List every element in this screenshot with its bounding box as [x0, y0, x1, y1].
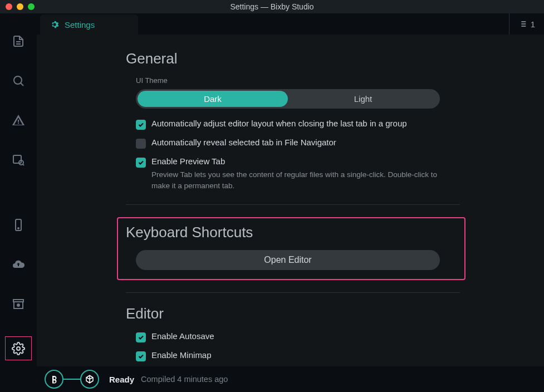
svg-point-7: [17, 304, 19, 306]
settings-icon[interactable]: [5, 336, 32, 360]
general-check-2-description: Preview Tab lets you see the content of …: [151, 169, 441, 192]
settings-content[interactable]: General UI Theme Dark Light Automaticall…: [37, 35, 544, 366]
svg-rect-1: [13, 155, 21, 163]
section-keyboard-shortcuts: Keyboard Shortcuts Open Editor: [117, 217, 465, 280]
warnings-icon[interactable]: [11, 114, 26, 128]
files-icon[interactable]: [11, 35, 26, 48]
svg-point-4: [18, 228, 19, 229]
inspect-icon[interactable]: [11, 153, 26, 167]
list-icon: [518, 19, 527, 28]
general-check-2-row: Enable Preview TabPreview Tab lets you s…: [136, 156, 460, 192]
minimize-window-button[interactable]: [17, 3, 23, 10]
bixby-status-icon[interactable]: [45, 370, 63, 389]
status-connector: [63, 379, 80, 380]
close-window-button[interactable]: [6, 3, 12, 10]
tab-count: 1: [531, 19, 535, 29]
general-check-0-checkbox[interactable]: [136, 120, 146, 130]
status-compiled-label: Compiled 4 minutes ago: [141, 375, 228, 384]
editor-check-1-row: Enable Minimap: [136, 350, 460, 361]
search-icon[interactable]: [11, 74, 26, 88]
editor-check-0-row: Enable Autosave: [136, 331, 460, 342]
general-check-0-label: Automatically adjust editor layout when …: [151, 119, 407, 128]
titlebar: Settings — Bixby Studio: [0, 0, 544, 13]
status-bar: Ready Compiled 4 minutes ago: [37, 366, 544, 392]
tab-label: Settings: [65, 20, 95, 30]
theme-dark-button[interactable]: Dark: [138, 91, 288, 107]
editor-check-0-label: Enable Autosave: [151, 331, 214, 341]
divider: [126, 292, 460, 293]
compile-status-icon[interactable]: [80, 370, 99, 389]
divider: [126, 204, 460, 205]
window-title: Settings — Bixby Studio: [230, 2, 313, 11]
general-check-2-label: Enable Preview Tab: [151, 156, 441, 166]
maximize-window-button[interactable]: [28, 3, 35, 10]
general-check-1-checkbox[interactable]: [136, 139, 146, 149]
theme-segmented-control: Dark Light: [136, 89, 440, 109]
svg-point-0: [14, 76, 22, 84]
editor-check-1-label: Enable Minimap: [151, 350, 212, 360]
general-check-2-checkbox[interactable]: [136, 158, 146, 168]
section-editor: Editor Enable AutosaveEnable MinimapEnab…: [126, 305, 460, 367]
general-check-1-label: Automatically reveal selected tab in Fil…: [151, 138, 336, 147]
theme-light-button[interactable]: Light: [288, 91, 438, 107]
svg-point-8: [17, 347, 20, 350]
editor-check-0-checkbox[interactable]: [136, 332, 146, 342]
status-ready-label: Ready: [109, 375, 134, 384]
cloud-upload-icon[interactable]: [11, 258, 26, 272]
archive-icon[interactable]: [11, 297, 26, 311]
general-check-0-row: Automatically adjust editor layout when …: [136, 119, 460, 130]
device-icon[interactable]: [11, 218, 26, 232]
section-title-editor: Editor: [126, 305, 460, 322]
editor-check-1-checkbox[interactable]: [136, 351, 146, 361]
gear-icon: [50, 20, 59, 29]
section-title-shortcuts: Keyboard Shortcuts: [126, 224, 457, 241]
tab-bar: Settings 1: [37, 13, 544, 35]
ui-theme-label: UI Theme: [136, 76, 460, 85]
traffic-lights: [0, 3, 35, 10]
general-check-1-row: Automatically reveal selected tab in Fil…: [136, 138, 460, 149]
tab-counter[interactable]: 1: [509, 13, 544, 35]
section-general: General UI Theme Dark Light Automaticall…: [126, 50, 460, 192]
open-shortcuts-editor-button[interactable]: Open Editor: [136, 250, 440, 270]
status-icons: [45, 370, 99, 389]
activity-bar: [0, 13, 37, 392]
tab-settings[interactable]: Settings: [40, 14, 138, 35]
section-title-general: General: [126, 50, 460, 67]
